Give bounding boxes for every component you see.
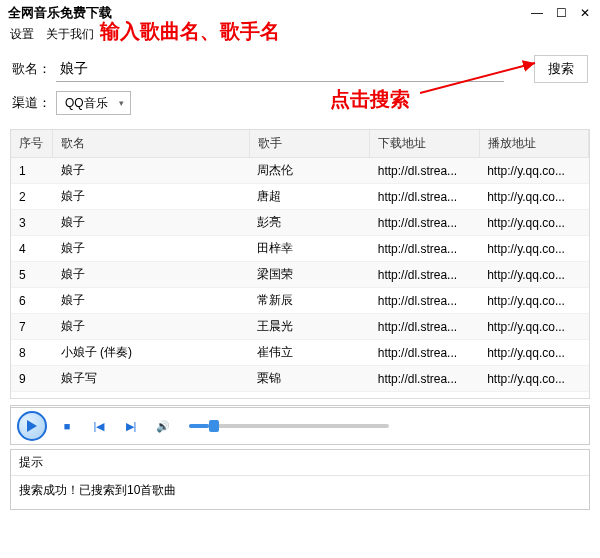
volume-button[interactable]: 🔊	[151, 414, 175, 438]
cell-download: http://dl.strea...	[370, 158, 479, 184]
cell-download: http://dl.strea...	[370, 314, 479, 340]
table-row[interactable]: 7娘子王晨光http://dl.strea...http://y.qq.co..…	[11, 314, 589, 340]
cell-download: http://dl.strea...	[370, 340, 479, 366]
status-panel: 提示 搜索成功！已搜索到10首歌曲	[10, 449, 590, 510]
cell-play: http://y.qq.co...	[479, 288, 588, 314]
cell-idx: 3	[11, 210, 53, 236]
table-row[interactable]: 2娘子唐超http://dl.strea...http://y.qq.co...	[11, 184, 589, 210]
cell-name: 小娘子 (伴奏)	[53, 340, 250, 366]
cell-name: 娘子写	[53, 366, 250, 392]
cell-play: http://y.qq.co...	[479, 236, 588, 262]
song-input[interactable]	[56, 56, 504, 82]
table-row[interactable]: 8小娘子 (伴奏)崔伟立http://dl.strea...http://y.q…	[11, 340, 589, 366]
channel-select[interactable]: QQ音乐 ▾	[56, 91, 131, 115]
cell-play: http://y.qq.co...	[479, 314, 588, 340]
cell-artist: 王晨光	[249, 314, 369, 340]
play-icon	[27, 420, 37, 432]
cell-idx: 1	[11, 158, 53, 184]
cell-play: http://y.qq.co...	[479, 210, 588, 236]
cell-artist: 常新辰	[249, 288, 369, 314]
minimize-button[interactable]: —	[530, 6, 544, 20]
cell-artist: 田梓幸	[249, 236, 369, 262]
search-form: 歌名： 搜索 渠道： QQ音乐 ▾	[0, 47, 600, 127]
close-button[interactable]: ✕	[578, 6, 592, 20]
cell-download: http://dl.strea...	[370, 392, 479, 400]
cell-name: 娘子	[53, 184, 250, 210]
table-row[interactable]: 5娘子梁国荣http://dl.strea...http://y.qq.co..…	[11, 262, 589, 288]
cell-artist: 崔伟立	[249, 340, 369, 366]
cell-download: http://dl.strea...	[370, 262, 479, 288]
cell-play: http://y.qq.co...	[479, 262, 588, 288]
cell-name: 娘子	[53, 210, 250, 236]
cell-name: 娘子 舞曲版	[53, 392, 250, 400]
table-row[interactable]: 3娘子彭亮http://dl.strea...http://y.qq.co...	[11, 210, 589, 236]
cell-play: http://y.qq.co...	[479, 340, 588, 366]
cell-idx: 4	[11, 236, 53, 262]
table-row[interactable]: 4娘子田梓幸http://dl.strea...http://y.qq.co..…	[11, 236, 589, 262]
status-title: 提示	[11, 450, 589, 476]
cell-artist: 唐超	[249, 184, 369, 210]
cell-idx: 7	[11, 314, 53, 340]
cell-artist: 栗锦	[249, 366, 369, 392]
cell-idx: 8	[11, 340, 53, 366]
cell-artist: 梁国荣	[249, 262, 369, 288]
table-row[interactable]: 1娘子周杰伦http://dl.strea...http://y.qq.co..…	[11, 158, 589, 184]
song-label: 歌名：	[12, 60, 56, 78]
col-artist[interactable]: 歌手	[249, 130, 369, 158]
cell-name: 娘子	[53, 288, 250, 314]
col-download[interactable]: 下载地址	[370, 130, 479, 158]
slider-fill	[189, 424, 209, 428]
titlebar: 全网音乐免费下载 — ☐ ✕	[0, 0, 600, 24]
cell-name: 娘子	[53, 314, 250, 340]
cell-name: 娘子	[53, 262, 250, 288]
col-play[interactable]: 播放地址	[479, 130, 588, 158]
results-table: 序号 歌名 歌手 下载地址 播放地址 1娘子周杰伦http://dl.strea…	[10, 129, 590, 399]
cell-idx: 5	[11, 262, 53, 288]
play-button[interactable]	[17, 411, 47, 441]
table-row[interactable]: 9娘子写栗锦http://dl.strea...http://y.qq.co..…	[11, 366, 589, 392]
stop-button[interactable]: ■	[55, 414, 79, 438]
status-message: 搜索成功！已搜索到10首歌曲	[11, 476, 589, 509]
table-row[interactable]: 6娘子常新辰http://dl.strea...http://y.qq.co..…	[11, 288, 589, 314]
table-row[interactable]: 10娘子 舞曲版王晨光http://dl.strea...http://y.qq…	[11, 392, 589, 400]
menubar: 设置 关于我们	[0, 24, 600, 47]
search-button[interactable]: 搜索	[534, 55, 588, 83]
progress-slider[interactable]	[189, 424, 389, 428]
prev-button[interactable]: |◀	[87, 414, 111, 438]
chevron-down-icon: ▾	[119, 98, 124, 108]
cell-play: http://y.qq.co...	[479, 184, 588, 210]
cell-artist: 王晨光	[249, 392, 369, 400]
col-name[interactable]: 歌名	[53, 130, 250, 158]
media-player: ■ |◀ ▶| 🔊	[10, 405, 590, 445]
menu-settings[interactable]: 设置	[10, 26, 34, 43]
cell-name: 娘子	[53, 158, 250, 184]
window-controls: — ☐ ✕	[530, 6, 592, 20]
table-header-row: 序号 歌名 歌手 下载地址 播放地址	[11, 130, 589, 158]
cell-play: http://y.qq.co...	[479, 158, 588, 184]
cell-play: http://y.qq.co...	[479, 392, 588, 400]
slider-thumb[interactable]	[209, 420, 219, 432]
window-title: 全网音乐免费下载	[8, 4, 112, 22]
maximize-button[interactable]: ☐	[554, 6, 568, 20]
next-button[interactable]: ▶|	[119, 414, 143, 438]
cell-play: http://y.qq.co...	[479, 366, 588, 392]
cell-idx: 2	[11, 184, 53, 210]
cell-download: http://dl.strea...	[370, 184, 479, 210]
cell-artist: 彭亮	[249, 210, 369, 236]
col-idx[interactable]: 序号	[11, 130, 53, 158]
cell-download: http://dl.strea...	[370, 236, 479, 262]
cell-artist: 周杰伦	[249, 158, 369, 184]
cell-download: http://dl.strea...	[370, 366, 479, 392]
channel-label: 渠道：	[12, 94, 56, 112]
cell-idx: 10	[11, 392, 53, 400]
cell-download: http://dl.strea...	[370, 288, 479, 314]
cell-name: 娘子	[53, 236, 250, 262]
menu-about[interactable]: 关于我们	[46, 26, 94, 43]
cell-idx: 6	[11, 288, 53, 314]
cell-download: http://dl.strea...	[370, 210, 479, 236]
cell-idx: 9	[11, 366, 53, 392]
